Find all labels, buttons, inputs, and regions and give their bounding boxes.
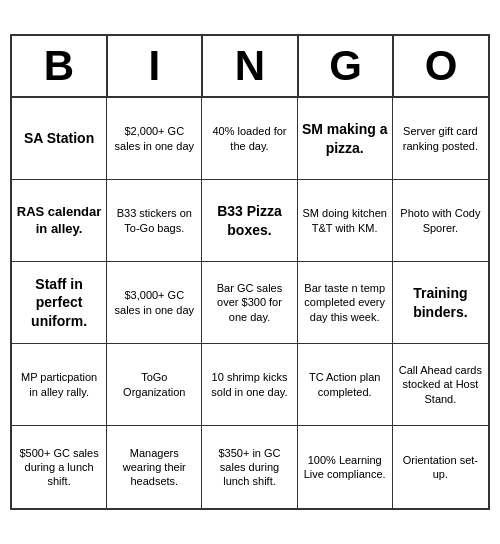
bingo-header: BINGO (12, 36, 488, 98)
bingo-cell-14: Training binders. (393, 262, 488, 344)
header-letter-n: N (203, 36, 299, 96)
bingo-cell-15: MP particpation in alley rally. (12, 344, 107, 426)
bingo-cell-19: Call Ahead cards stocked at Host Stand. (393, 344, 488, 426)
bingo-cell-11: $3,000+ GC sales in one day (107, 262, 202, 344)
bingo-cell-5: RAS calendar in alley. (12, 180, 107, 262)
bingo-grid: SA Station$2,000+ GC sales in one day40%… (12, 98, 488, 508)
bingo-cell-9: Photo with Cody Sporer. (393, 180, 488, 262)
bingo-cell-12: Bar GC sales over $300 for one day. (202, 262, 297, 344)
bingo-cell-20: $500+ GC sales during a lunch shift. (12, 426, 107, 508)
bingo-cell-18: TC Action plan completed. (298, 344, 393, 426)
bingo-cell-10: Staff in perfect uniform. (12, 262, 107, 344)
bingo-cell-3: SM making a pizza. (298, 98, 393, 180)
bingo-cell-13: Bar taste n temp completed every day thi… (298, 262, 393, 344)
bingo-card: BINGO SA Station$2,000+ GC sales in one … (10, 34, 490, 510)
header-letter-g: G (299, 36, 395, 96)
header-letter-o: O (394, 36, 488, 96)
header-letter-b: B (12, 36, 108, 96)
bingo-cell-23: 100% Learning Live compliance. (298, 426, 393, 508)
bingo-cell-22: $350+ in GC sales during lunch shift. (202, 426, 297, 508)
bingo-cell-7: B33 Pizza boxes. (202, 180, 297, 262)
bingo-cell-24: Orientation set-up. (393, 426, 488, 508)
bingo-cell-0: SA Station (12, 98, 107, 180)
bingo-cell-16: ToGo Organization (107, 344, 202, 426)
bingo-cell-21: Managers wearing their headsets. (107, 426, 202, 508)
bingo-cell-6: B33 stickers on To-Go bags. (107, 180, 202, 262)
bingo-cell-2: 40% loaded for the day. (202, 98, 297, 180)
bingo-cell-1: $2,000+ GC sales in one day (107, 98, 202, 180)
header-letter-i: I (108, 36, 204, 96)
bingo-cell-4: Server gift card ranking posted. (393, 98, 488, 180)
bingo-cell-8: SM doing kitchen T&T with KM. (298, 180, 393, 262)
bingo-cell-17: 10 shrimp kicks sold in one day. (202, 344, 297, 426)
